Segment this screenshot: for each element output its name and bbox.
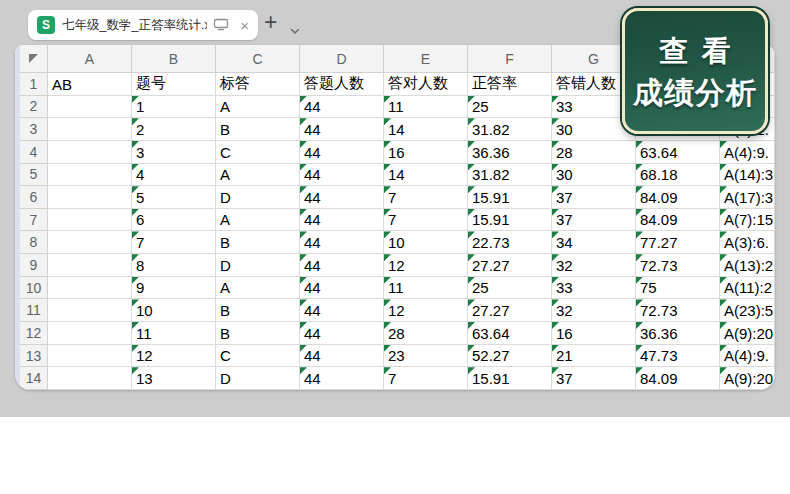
cell[interactable]: 23	[384, 345, 468, 368]
cell[interactable]: C	[216, 141, 300, 164]
row-header-6[interactable]: 6	[20, 186, 48, 209]
column-header-F[interactable]: F	[468, 45, 552, 73]
cell[interactable]: 84.09	[636, 367, 720, 390]
cell[interactable]: B	[216, 299, 300, 322]
cell[interactable]: 14	[384, 118, 468, 141]
cell[interactable]: 15.91	[468, 367, 552, 390]
cell[interactable]: 44	[300, 186, 384, 209]
cell[interactable]: A	[216, 277, 300, 300]
cell[interactable]	[48, 254, 132, 277]
cell[interactable]: 10	[132, 299, 216, 322]
cell[interactable]: 52.27	[468, 345, 552, 368]
cell[interactable]: 11	[132, 322, 216, 345]
cell[interactable]: 答题人数	[300, 73, 384, 96]
cell[interactable]: 27.27	[468, 299, 552, 322]
cell[interactable]: 44	[300, 322, 384, 345]
cell[interactable]: 44	[300, 345, 384, 368]
cell[interactable]: 9	[132, 277, 216, 300]
column-header-E[interactable]: E	[384, 45, 468, 73]
cell[interactable]: 44	[300, 367, 384, 390]
chevron-down-icon[interactable]	[290, 21, 300, 39]
row-header-12[interactable]: 12	[20, 322, 48, 345]
row-header-1[interactable]: 1	[20, 73, 48, 96]
cell[interactable]: 63.64	[636, 141, 720, 164]
column-header-C[interactable]: C	[216, 45, 300, 73]
cell[interactable]: 16	[384, 141, 468, 164]
cell[interactable]	[48, 367, 132, 390]
cell[interactable]: 7	[384, 209, 468, 232]
cell[interactable]: A(11):2	[720, 277, 775, 300]
cell[interactable]: A(23):5	[720, 299, 775, 322]
column-header-B[interactable]: B	[132, 45, 216, 73]
cell[interactable]: 16	[552, 322, 636, 345]
row-header-3[interactable]: 3	[20, 118, 48, 141]
cell[interactable]: 正答率	[468, 73, 552, 96]
cell[interactable]: 6	[132, 209, 216, 232]
cell[interactable]: 44	[300, 209, 384, 232]
cell[interactable]: A	[216, 96, 300, 119]
cell[interactable]	[48, 141, 132, 164]
cell[interactable]	[48, 164, 132, 187]
cell[interactable]: 3	[132, 141, 216, 164]
cell[interactable]: 44	[300, 299, 384, 322]
cell[interactable]: A(9):20	[720, 322, 775, 345]
row-header-13[interactable]: 13	[20, 345, 48, 368]
close-icon[interactable]: ×	[240, 18, 249, 33]
document-tab[interactable]: S 七年级_数学_正答率统计.xls ×	[28, 10, 258, 40]
cell[interactable]: 36.36	[468, 141, 552, 164]
cell[interactable]: 7	[132, 231, 216, 254]
cell[interactable]: 28	[384, 322, 468, 345]
cell[interactable]: 44	[300, 277, 384, 300]
new-tab-button[interactable]: +	[264, 11, 277, 34]
cell[interactable]: 7	[384, 186, 468, 209]
cell[interactable]: 44	[300, 164, 384, 187]
cell[interactable]: 14	[384, 164, 468, 187]
cell[interactable]	[48, 231, 132, 254]
cell[interactable]: B	[216, 118, 300, 141]
cell[interactable]: 4	[132, 164, 216, 187]
cell[interactable]: 84.09	[636, 186, 720, 209]
cell[interactable]: A(14):3	[720, 164, 775, 187]
cell[interactable]: A(4):9.	[720, 345, 775, 368]
cell[interactable]: 28	[552, 141, 636, 164]
cell[interactable]: 37	[552, 186, 636, 209]
cell[interactable]: 44	[300, 231, 384, 254]
row-header-2[interactable]: 2	[20, 96, 48, 119]
cell[interactable]: B	[216, 322, 300, 345]
row-header-5[interactable]: 5	[20, 164, 48, 187]
cell[interactable]: A(9):20	[720, 367, 775, 390]
cell[interactable]: A(13):2	[720, 254, 775, 277]
row-header-9[interactable]: 9	[20, 254, 48, 277]
cell[interactable]: 84.09	[636, 209, 720, 232]
cell[interactable]: 63.64	[468, 322, 552, 345]
cell[interactable]: 22.73	[468, 231, 552, 254]
cell[interactable]: 77.27	[636, 231, 720, 254]
cell[interactable]: 31.82	[468, 164, 552, 187]
cell[interactable]: 37	[552, 209, 636, 232]
cell[interactable]: 37	[552, 367, 636, 390]
cell[interactable]	[48, 186, 132, 209]
cell[interactable]: 36.36	[636, 322, 720, 345]
cell[interactable]: A	[216, 164, 300, 187]
select-all-corner[interactable]	[20, 45, 48, 73]
cell[interactable]: 25	[468, 96, 552, 119]
cell[interactable]: 题号	[132, 73, 216, 96]
cell[interactable]: 30	[552, 164, 636, 187]
row-header-10[interactable]: 10	[20, 277, 48, 300]
cell[interactable]: 1	[132, 96, 216, 119]
row-header-7[interactable]: 7	[20, 209, 48, 232]
row-header-8[interactable]: 8	[20, 231, 48, 254]
cell[interactable]	[48, 118, 132, 141]
cell[interactable]: 33	[552, 277, 636, 300]
cell[interactable]	[48, 209, 132, 232]
cell[interactable]: 72.73	[636, 254, 720, 277]
cell[interactable]: 21	[552, 345, 636, 368]
cell[interactable]: 68.18	[636, 164, 720, 187]
cell[interactable]: 11	[384, 277, 468, 300]
cell[interactable]: 11	[384, 96, 468, 119]
cell[interactable]: A(4):9.	[720, 141, 775, 164]
cell[interactable]: 12	[132, 345, 216, 368]
cell[interactable]: 12	[384, 254, 468, 277]
cell[interactable]	[48, 277, 132, 300]
cell[interactable]: 27.27	[468, 254, 552, 277]
